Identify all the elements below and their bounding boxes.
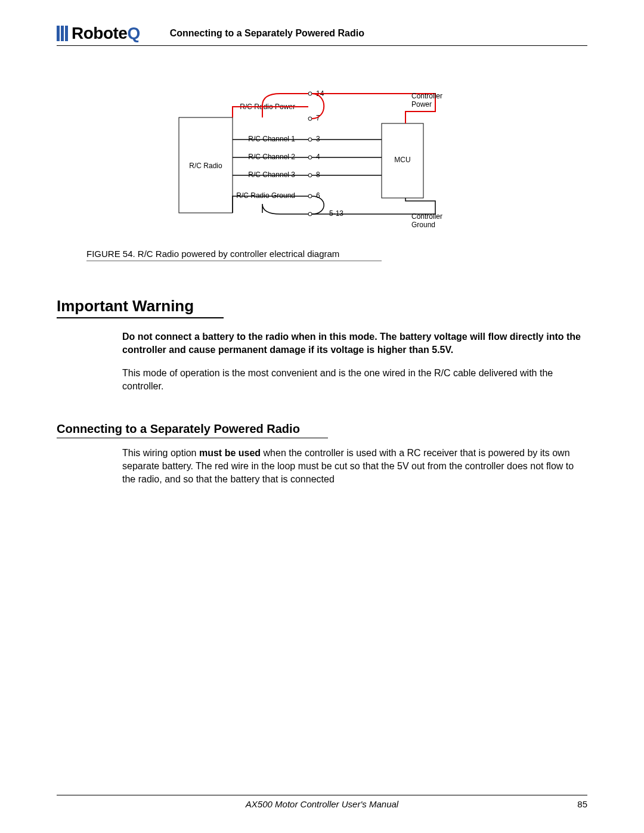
logo-bars-icon (57, 26, 69, 41)
diagram-rc-radio-label: R/C Radio (189, 162, 222, 170)
section2-heading: Connecting to a Separately Powered Radio (57, 422, 328, 438)
footer-title: AX500 Motor Controller User's Manual (246, 799, 398, 809)
section2-body: This wiring option must be used when the… (122, 447, 587, 485)
svg-point-3 (308, 117, 312, 120)
svg-point-5 (308, 156, 312, 159)
page-header: RoboteQ Connecting to a Separately Power… (57, 24, 587, 46)
warning-body: This mode of operation is the most conve… (122, 367, 587, 392)
diagram-ch1-label: R/C Channel 1 (248, 135, 295, 143)
logo-text-accent: Q (127, 24, 140, 43)
svg-point-2 (308, 92, 312, 95)
diagram-pin-8: 8 (316, 171, 320, 179)
section2-body-bold: must be used (199, 448, 261, 458)
diagram-ch2-label: R/C Channel 2 (248, 153, 295, 161)
diagram-ctrl-ground-label-1: Controller (411, 212, 442, 221)
page-footer: AX500 Motor Controller User's Manual 85 (57, 795, 587, 809)
diagram-pin-3: 3 (316, 135, 320, 143)
diagram-pin-4: 4 (316, 153, 320, 161)
diagram-ctrl-power-label-1: Controller (411, 92, 442, 100)
diagram-rc-ground-label: R/C Radio Ground (236, 191, 295, 200)
diagram-ch3-label: R/C Channel 3 (248, 171, 295, 179)
wiring-diagram: R/C Radio MCU R/C Radio Power R/C Channe… (113, 82, 531, 243)
diagram-ctrl-ground-label-2: Ground (411, 221, 435, 229)
section2-body-pre: This wiring option (122, 448, 199, 458)
warning-bold-text: Do not connect a battery to the radio wh… (122, 330, 587, 356)
brand-logo: RoboteQ (57, 24, 140, 43)
warning-heading: Important Warning (57, 297, 224, 318)
header-section-title: Connecting to a Separately Powered Radio (170, 28, 364, 39)
svg-point-6 (308, 174, 312, 177)
diagram-mcu-label: MCU (394, 156, 410, 164)
figure-caption-rule: FIGURE 54. R/C Radio powered by controll… (86, 249, 382, 261)
logo-text-main: Robote (72, 24, 127, 43)
svg-point-7 (308, 194, 312, 198)
diagram-ctrl-power-label-2: Power (411, 100, 432, 109)
svg-point-8 (308, 212, 312, 216)
diagram-pin-5-13: 5-13 (329, 209, 343, 218)
footer-page-number: 85 (577, 799, 587, 809)
figure-caption: FIGURE 54. R/C Radio powered by controll… (86, 249, 382, 259)
svg-point-4 (308, 138, 312, 141)
